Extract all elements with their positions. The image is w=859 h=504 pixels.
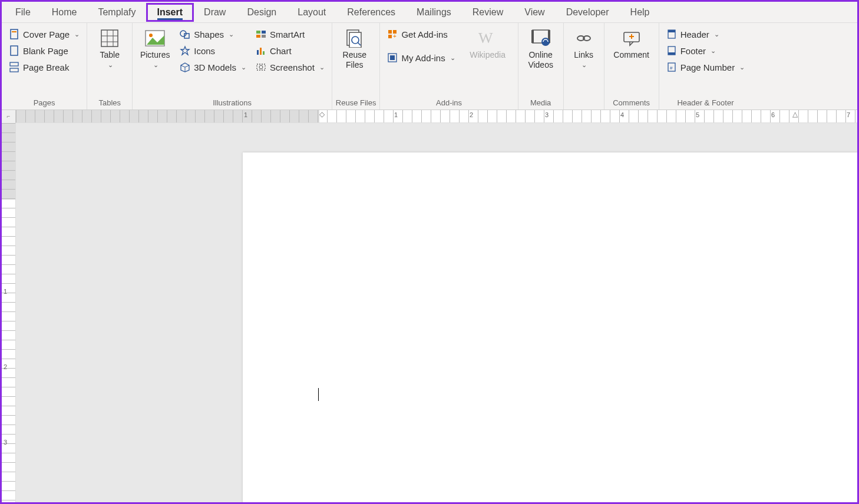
blank-page-label: Blank Page (23, 46, 68, 56)
reuse-files-label: Reuse Files (337, 50, 372, 70)
smartart-button[interactable]: SmartArt (252, 26, 328, 42)
table-label: Table (100, 50, 119, 60)
chart-label: Chart (270, 46, 292, 56)
ruler-v-num: 3 (4, 439, 7, 446)
ribbon: Cover Page ⌄ Blank Page Page Break Page (2, 23, 857, 110)
header-button[interactable]: Header ⌄ (663, 26, 749, 42)
document-page[interactable] (243, 152, 857, 502)
icons-label: Icons (194, 46, 215, 56)
svg-point-39 (541, 38, 550, 46)
tab-mailings[interactable]: Mailings (406, 4, 462, 21)
my-addins-icon (387, 52, 398, 63)
svg-point-24 (259, 65, 263, 69)
svg-rect-37 (531, 30, 534, 43)
chevron-down-icon: ⌄ (229, 31, 234, 38)
indent-marker-icon[interactable]: △ (792, 110, 798, 118)
svg-rect-21 (260, 48, 262, 55)
ruler-num: 7 (847, 111, 850, 118)
chevron-down-icon: ⌄ (241, 64, 246, 71)
svg-rect-1 (12, 31, 16, 32)
ruler-num: 1 (394, 111, 398, 118)
icons-button[interactable]: Icons (176, 43, 250, 58)
links-button[interactable]: Links ⌄ (567, 26, 600, 70)
ruler-num: 3 (545, 111, 549, 118)
ruler-num: 2 (470, 111, 473, 118)
workspace: 1 2 3 (2, 123, 857, 502)
group-label-pages: Pages (5, 97, 83, 108)
wikipedia-label: Wikipedia (470, 50, 506, 60)
tab-layout[interactable]: Layout (287, 4, 336, 21)
footer-button[interactable]: Footer ⌄ (663, 43, 749, 58)
cover-page-button[interactable]: Cover Page ⌄ (5, 26, 83, 42)
icons-icon (180, 45, 190, 56)
ruler-horizontal[interactable]: ⌐ 1 ◇ 1 2 3 4 5 6 △ 7 (2, 110, 857, 123)
svg-rect-5 (101, 30, 118, 47)
page-number-label: Page Number (680, 62, 735, 72)
comment-label: Comment (613, 50, 649, 60)
ruler-num: 5 (696, 111, 699, 118)
get-addins-label: Get Add-ins (401, 29, 447, 39)
get-addins-icon: + (387, 29, 398, 39)
wikipedia-icon: W (477, 28, 498, 49)
svg-text:+: + (393, 33, 397, 39)
group-pages: Cover Page ⌄ Blank Page Page Break Page (2, 23, 87, 110)
svg-rect-2 (11, 46, 18, 55)
tab-draw[interactable]: Draw (193, 4, 236, 21)
group-addins: + Get Add-ins My Add-ins ⌄ W Wikipedia (380, 23, 518, 110)
online-videos-label: Online Videos (523, 50, 559, 70)
svg-text:W: W (478, 30, 493, 47)
blank-page-button[interactable]: Blank Page (5, 43, 83, 58)
tab-design[interactable]: Design (236, 4, 287, 21)
svg-rect-22 (263, 51, 265, 55)
group-label-links (567, 106, 600, 108)
page-number-button[interactable]: # Page Number ⌄ (663, 59, 749, 75)
comment-button[interactable]: Comment (608, 26, 655, 61)
tab-developer[interactable]: Developer (556, 4, 620, 21)
reuse-files-button[interactable]: Reuse Files (336, 26, 374, 71)
shapes-icon (180, 29, 190, 39)
tab-home[interactable]: Home (41, 4, 88, 21)
chart-icon (256, 45, 266, 56)
models-3d-label: 3D Models (194, 62, 236, 72)
models-3d-button[interactable]: 3D Models ⌄ (176, 59, 250, 75)
tab-templafy[interactable]: Templafy (87, 4, 146, 21)
svg-rect-20 (257, 50, 259, 55)
tab-file[interactable]: File (5, 4, 41, 21)
tab-references[interactable]: References (336, 4, 406, 21)
group-label-illustrations: Illustrations (136, 97, 328, 108)
ruler-vertical[interactable]: 1 2 3 (2, 123, 16, 502)
my-addins-label: My Add-ins (401, 53, 445, 63)
online-videos-button[interactable]: Online Videos (522, 26, 560, 71)
indent-marker-icon[interactable]: ◇ (319, 110, 325, 118)
comment-icon (621, 28, 642, 49)
page-area[interactable] (16, 123, 857, 502)
chevron-down-icon: ⌄ (153, 61, 158, 69)
my-addins-button[interactable]: My Add-ins ⌄ (384, 50, 458, 65)
group-tables: Table ⌄ Tables (87, 23, 133, 110)
chart-button[interactable]: Chart (252, 43, 328, 58)
cube-icon (180, 62, 190, 72)
svg-text:#: # (670, 65, 673, 71)
blank-page-icon (9, 45, 19, 56)
table-button[interactable]: Table ⌄ (91, 26, 128, 70)
tab-review[interactable]: Review (462, 4, 514, 21)
page-break-label: Page Break (23, 62, 69, 72)
screenshot-button[interactable]: Screenshot ⌄ (252, 59, 328, 75)
svg-rect-34 (390, 55, 395, 60)
get-addins-button[interactable]: + Get Add-ins (384, 26, 458, 42)
tab-view[interactable]: View (514, 4, 555, 21)
chevron-down-icon: ⌄ (711, 47, 716, 55)
shapes-button[interactable]: Shapes ⌄ (176, 26, 250, 42)
pictures-button[interactable]: Pictures ⌄ (136, 26, 174, 70)
page-break-button[interactable]: Page Break (5, 59, 83, 75)
smartart-icon (256, 29, 266, 39)
ruler-num: 1 (244, 111, 247, 118)
tab-help[interactable]: Help (620, 4, 660, 21)
reuse-files-icon (344, 28, 365, 49)
tab-insert[interactable]: Insert (147, 4, 194, 21)
pictures-label: Pictures (140, 50, 170, 60)
page-break-icon (9, 62, 19, 72)
svg-point-11 (149, 34, 153, 37)
group-links: Links ⌄ (564, 23, 604, 110)
svg-rect-48 (668, 52, 675, 55)
